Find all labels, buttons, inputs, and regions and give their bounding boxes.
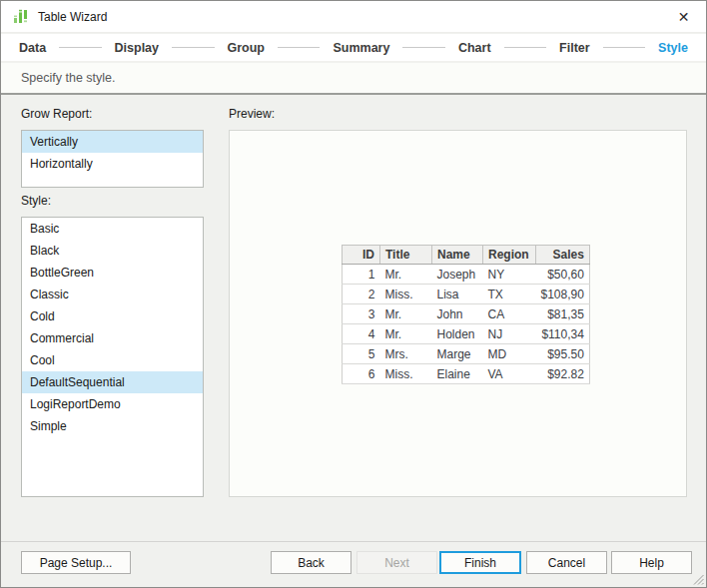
table-cell: John [432,304,483,324]
tab-separator [504,47,546,48]
tab-group[interactable]: Group [228,41,266,55]
table-row: 6Miss.ElaineVA$92.82 [343,364,590,384]
column-header-name: Name [432,246,483,265]
table-wizard-dialog: Table Wizard ✕ DataDisplayGroupSummaryCh… [0,0,707,588]
table-cell: CA [483,304,536,324]
table-cell: TX [483,285,536,304]
table-cell: Mr. [380,324,432,344]
cancel-button[interactable]: Cancel [526,551,607,574]
table-cell: Miss. [380,285,432,304]
preview-table-head-row: IDTitleNameRegionSales [343,246,590,265]
grow-report-option-vertically[interactable]: Vertically [22,131,203,153]
subtitle-band: Specify the style. [1,63,706,95]
step-subtitle: Specify the style. [21,71,116,85]
column-header-region: Region [483,246,536,265]
table-cell: NY [483,265,536,285]
table-cell: VA [483,364,536,384]
table-cell: MD [483,344,536,364]
table-cell: $110,34 [536,324,590,344]
column-header-title: Title [380,246,432,265]
table-cell: 6 [343,364,380,384]
style-listbox[interactable]: BasicBlackBottleGreenClassicColdCommerci… [21,217,204,497]
grow-report-option-horizontally[interactable]: Horizontally [22,153,203,175]
finish-button[interactable]: Finish [439,551,521,574]
wizard-tabs: DataDisplayGroupSummaryChartFilterStyle [1,34,706,62]
table-cell: Marge [432,344,483,364]
titlebar[interactable]: Table Wizard ✕ [1,1,706,33]
table-row: 1Mr.JosephNY$50,60 [343,265,590,285]
preview-table: IDTitleNameRegionSales 1Mr.JosephNY$50,6… [342,245,590,384]
tab-chart[interactable]: Chart [458,41,491,55]
table-cell: Mrs. [380,344,432,364]
page-setup-button[interactable]: Page Setup... [21,551,131,574]
style-option-bottlegreen[interactable]: BottleGreen [22,262,203,284]
grow-report-listbox[interactable]: VerticallyHorizontally [21,130,204,188]
style-option-black[interactable]: Black [22,240,203,262]
table-row: 5Mrs.MargeMD$95.50 [343,344,590,364]
tab-data[interactable]: Data [19,41,46,55]
tab-display[interactable]: Display [115,41,159,55]
table-cell: $92.82 [536,364,590,384]
table-cell: Mr. [380,304,432,324]
style-option-simple[interactable]: Simple [22,415,203,437]
table-row: 3Mr.JohnCA$81,35 [343,304,590,324]
resize-grip[interactable] [691,572,704,585]
table-cell: 5 [343,344,380,364]
style-label: Style: [21,194,51,208]
tab-separator [603,47,645,48]
tab-style[interactable]: Style [658,41,688,55]
column-header-id: ID [343,246,380,265]
table-cell: Elaine [432,364,483,384]
table-cell: Joseph [432,265,483,285]
tab-separator [172,47,214,48]
window-title: Table Wizard [38,10,107,24]
preview-label: Preview: [229,107,275,121]
back-button[interactable]: Back [271,551,352,574]
footer-separator [1,541,706,542]
next-button[interactable]: Next [356,551,437,574]
style-option-cold[interactable]: Cold [22,305,203,327]
preview-table-body: 1Mr.JosephNY$50,602Miss.LisaTX$108,903Mr… [343,265,590,384]
table-cell: 4 [343,324,380,344]
close-button[interactable]: ✕ [661,1,706,32]
table-row: 2Miss.LisaTX$108,90 [343,285,590,304]
close-icon: ✕ [678,9,690,25]
table-cell: $95.50 [536,344,590,364]
table-cell: $108,90 [536,285,590,304]
table-cell: 3 [343,304,380,324]
table-cell: 2 [343,285,380,304]
tab-separator [402,47,444,48]
column-header-sales: Sales [536,246,590,265]
tab-summary[interactable]: Summary [333,41,389,55]
style-option-classic[interactable]: Classic [22,284,203,305]
style-option-defaultsequential[interactable]: DefaultSequential [22,371,203,393]
table-cell: $81,35 [536,304,590,324]
table-cell: Miss. [380,364,432,384]
table-cell: Mr. [380,265,432,285]
table-wizard-app-icon [13,9,29,25]
style-option-cool[interactable]: Cool [22,349,203,371]
table-cell: NJ [483,324,536,344]
table-cell: $50,60 [536,265,590,285]
table-cell: 1 [343,265,380,285]
style-option-logireportdemo[interactable]: LogiReportDemo [22,393,203,415]
table-cell: Lisa [432,285,483,304]
style-option-basic[interactable]: Basic [22,218,203,240]
tab-separator [278,47,320,48]
preview-panel: IDTitleNameRegionSales 1Mr.JosephNY$50,6… [229,130,687,497]
tab-separator [59,47,101,48]
table-row: 4Mr.HoldenNJ$110,34 [343,324,590,344]
help-button[interactable]: Help [611,551,692,574]
grow-report-label: Grow Report: [21,107,92,121]
style-option-commercial[interactable]: Commercial [22,327,203,349]
tab-filter[interactable]: Filter [559,41,590,55]
table-cell: Holden [432,324,483,344]
